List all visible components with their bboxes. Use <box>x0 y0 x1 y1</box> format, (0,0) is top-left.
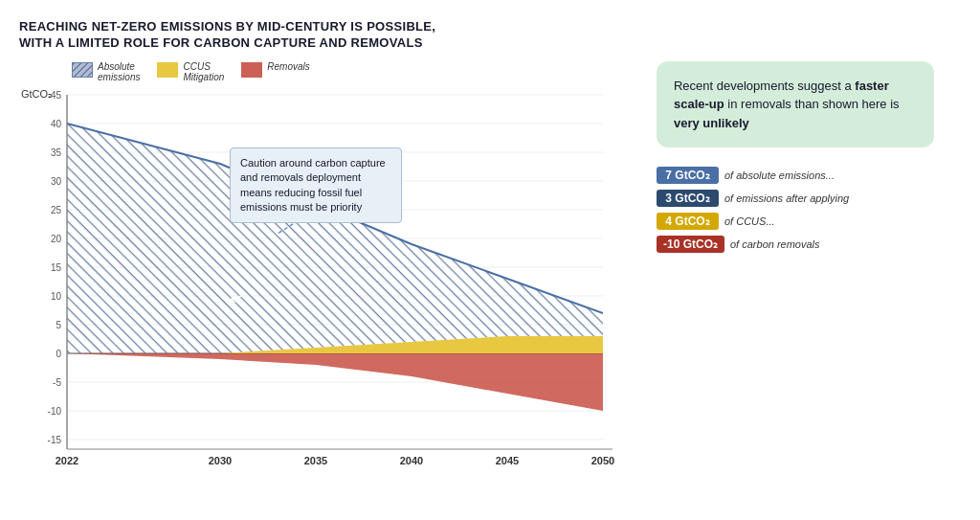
annotation-text: Caution around carbon capture and remova… <box>240 157 386 213</box>
right-panel: Recent developments suggest a faster sca… <box>637 61 961 502</box>
legend-removals: Removals <box>241 61 309 78</box>
stat-desc-4: of CCUS... <box>724 215 775 227</box>
hatched-swatch <box>72 62 93 78</box>
annotation-box: Caution around carbon capture and remova… <box>230 147 402 224</box>
x-label-2045: 2045 <box>496 455 519 466</box>
callout-bold-1: faster scale-up <box>674 79 889 112</box>
legend-removals-label: Removals <box>267 61 309 72</box>
stat-desc-neg10: of carbon removals <box>730 238 820 250</box>
svg-text:45: 45 <box>51 90 62 101</box>
x-label-2022: 2022 <box>56 455 78 466</box>
legend-ccus-label: CCUSMitigation <box>183 61 224 82</box>
callout-box: Recent developments suggest a faster sca… <box>657 61 934 148</box>
x-label-2035: 2035 <box>304 455 327 466</box>
red-swatch <box>241 62 262 78</box>
callout-text: Recent developments suggest a faster sca… <box>674 79 900 130</box>
svg-text:25: 25 <box>51 205 62 215</box>
callout-bold-2: very unlikely <box>674 116 749 130</box>
stat-desc-3: of emissions after applying <box>724 192 849 204</box>
chart-title: REACHING NET-ZERO EMISSIONS BY MID-CENTU… <box>19 19 498 52</box>
svg-text:40: 40 <box>51 119 62 129</box>
stat-row-7: 7 GtCO₂ of absolute emissions... <box>657 167 961 184</box>
stats-box: 7 GtCO₂ of absolute emissions... 3 GtCO₂… <box>657 167 961 253</box>
svg-text:-15: -15 <box>48 435 62 445</box>
stat-value-7: 7 GtCO₂ <box>657 167 719 184</box>
svg-text:-10: -10 <box>48 406 62 417</box>
stat-value-3: 3 GtCO₂ <box>657 190 719 207</box>
main-container: REACHING NET-ZERO EMISSIONS BY MID-CENTU… <box>0 0 980 520</box>
stat-row-4: 4 GtCO₂ of CCUS... <box>657 213 961 230</box>
svg-text:15: 15 <box>51 262 62 273</box>
svg-text:5: 5 <box>56 320 61 330</box>
legend-ccus: CCUSMitigation <box>157 61 224 82</box>
stat-value-4: 4 GtCO₂ <box>657 213 719 230</box>
legend-absolute: Absoluteemissions <box>72 61 140 82</box>
left-panel: Absoluteemissions CCUSMitigation Removal… <box>19 61 637 502</box>
chart-area: Absoluteemissions CCUSMitigation Removal… <box>19 61 961 502</box>
stat-value-neg10: -10 GtCO₂ <box>657 236 724 253</box>
stat-row-3: 3 GtCO₂ of emissions after applying <box>657 190 961 207</box>
stat-row-neg10: -10 GtCO₂ of carbon removals <box>657 236 961 253</box>
svg-text:10: 10 <box>51 291 62 302</box>
svg-text:0: 0 <box>56 349 61 359</box>
x-label-2050: 2050 <box>591 455 614 466</box>
stat-desc-7: of absolute emissions... <box>724 170 835 181</box>
svg-text:-5: -5 <box>53 377 61 388</box>
legend-absolute-label: Absoluteemissions <box>98 61 140 82</box>
x-label-2030: 2030 <box>209 455 232 466</box>
yellow-swatch <box>157 62 178 78</box>
svg-text:30: 30 <box>51 176 62 187</box>
legend: Absoluteemissions CCUSMitigation Removal… <box>72 61 310 82</box>
svg-text:20: 20 <box>51 234 62 244</box>
x-label-2040: 2040 <box>400 455 423 466</box>
svg-text:35: 35 <box>51 147 62 158</box>
